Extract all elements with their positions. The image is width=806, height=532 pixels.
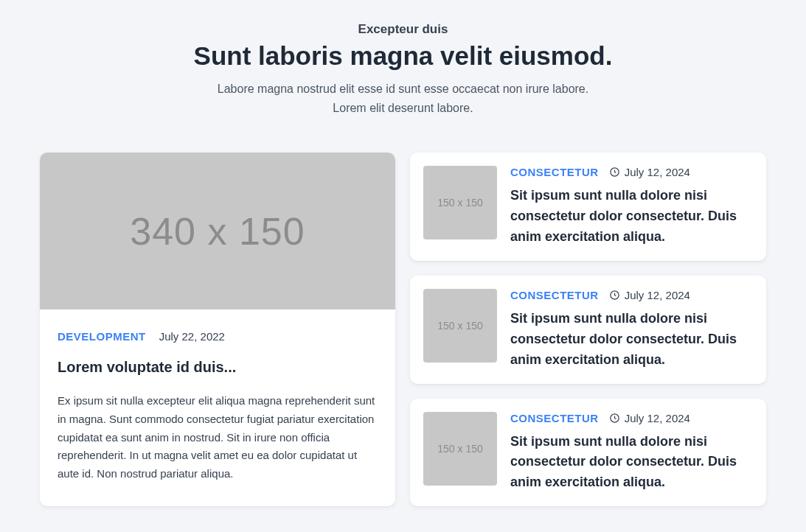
featured-article-card[interactable]: 340 x 150 DEVELOPMENT July 22, 2022 Lore… — [40, 153, 395, 506]
side-meta: CONSECTETUR July 12, 2024 — [510, 166, 753, 178]
featured-title[interactable]: Lorem voluptate id duis... — [58, 359, 378, 376]
featured-category[interactable]: DEVELOPMENT — [58, 330, 146, 343]
side-date: July 12, 2024 — [609, 289, 690, 301]
side-date-text: July 12, 2024 — [625, 166, 690, 178]
featured-date: July 22, 2022 — [159, 330, 225, 343]
side-thumb-placeholder: 150 x 150 — [423, 412, 497, 486]
side-article-title[interactable]: Sit ipsum sunt nulla dolore nisi consect… — [510, 186, 753, 248]
side-date-text: July 12, 2024 — [625, 412, 690, 424]
side-article-card[interactable]: 150 x 150 CONSECTETUR July 12, 2024 Sit … — [410, 399, 766, 507]
featured-image-placeholder: 340 x 150 — [40, 153, 395, 309]
side-article-list: 150 x 150 CONSECTETUR July 12, 2024 Sit … — [410, 153, 766, 506]
side-thumb-placeholder: 150 x 150 — [423, 166, 497, 239]
eyebrow-label: Excepteur duis — [40, 22, 766, 37]
side-article-title[interactable]: Sit ipsum sunt nulla dolore nisi consect… — [510, 432, 753, 494]
side-article-card[interactable]: 150 x 150 CONSECTETUR July 12, 2024 Sit … — [410, 276, 766, 384]
side-content: CONSECTETUR July 12, 2024 Sit ipsum sunt… — [510, 166, 753, 248]
page-subtext: Labore magna nostrud elit esse id sunt e… — [212, 80, 595, 117]
side-article-title[interactable]: Sit ipsum sunt nulla dolore nisi consect… — [510, 309, 753, 371]
side-category[interactable]: CONSECTETUR — [510, 412, 599, 424]
featured-excerpt: Ex ipsum sit nulla excepteur elit aliqua… — [58, 392, 378, 483]
side-date-text: July 12, 2024 — [625, 289, 690, 301]
clock-icon — [609, 167, 620, 178]
page-header: Excepteur duis Sunt laboris magna velit … — [40, 22, 766, 117]
side-meta: CONSECTETUR July 12, 2024 — [510, 289, 753, 301]
side-category[interactable]: CONSECTETUR — [510, 289, 599, 301]
side-category[interactable]: CONSECTETUR — [510, 166, 599, 178]
side-content: CONSECTETUR July 12, 2024 Sit ipsum sunt… — [510, 412, 753, 494]
clock-icon — [609, 290, 620, 301]
side-date: July 12, 2024 — [609, 412, 690, 424]
side-article-card[interactable]: 150 x 150 CONSECTETUR July 12, 2024 Sit … — [410, 153, 766, 261]
content-grid: 340 x 150 DEVELOPMENT July 22, 2022 Lore… — [40, 153, 766, 506]
side-thumb-placeholder: 150 x 150 — [423, 289, 497, 363]
page-title: Sunt laboris magna velit eiusmod. — [40, 41, 766, 71]
clock-icon — [609, 413, 620, 424]
featured-meta: DEVELOPMENT July 22, 2022 — [58, 330, 378, 343]
featured-body: DEVELOPMENT July 22, 2022 Lorem voluptat… — [40, 309, 395, 505]
side-date: July 12, 2024 — [609, 166, 690, 178]
side-meta: CONSECTETUR July 12, 2024 — [510, 412, 753, 424]
side-content: CONSECTETUR July 12, 2024 Sit ipsum sunt… — [510, 289, 753, 371]
